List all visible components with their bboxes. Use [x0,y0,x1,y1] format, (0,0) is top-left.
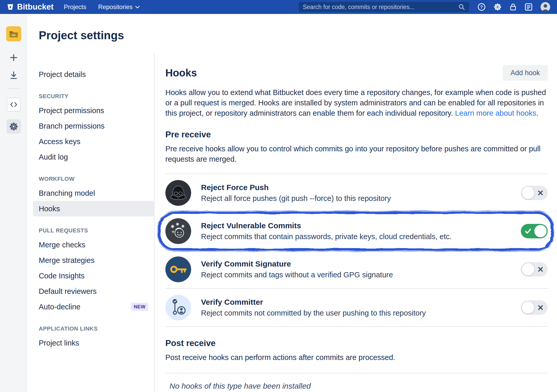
key-icon [165,256,191,282]
nav-projects[interactable]: Projects [64,3,86,11]
folder-code-icon: </> [9,29,19,39]
nav-section-pull-requests: PULL REQUESTS [39,227,148,234]
hook-name: Verify Committer [201,298,511,307]
settings-columns: Project details SECURITY Project permiss… [39,53,557,392]
hook-row-reject-vulnerable-commits: Reject Vulnerable Commits Reject commits… [165,212,548,250]
brand-name: Bitbucket [17,2,53,12]
add-hook-button[interactable]: Add hook [503,65,548,81]
settings-navigation: Project details SECURITY Project permiss… [33,53,154,392]
reject-force-push-toggle[interactable] [521,186,548,200]
learn-more-link[interactable]: Learn more about hooks [455,109,536,117]
lock-icon[interactable] [509,3,517,11]
bitbucket-home-link[interactable]: Bitbucket [7,2,53,12]
nav-item-project-links[interactable]: Project links [33,335,154,351]
create-button[interactable] [9,53,18,62]
download-icon [9,71,18,80]
nav-item-branching-model[interactable]: Branching model [33,185,154,201]
nav-item-hooks[interactable]: Hooks [33,201,154,216]
app-sidebar-rail: </> [0,14,27,392]
toggle-knob [522,187,534,199]
hook-description: Reject all force pushes (git push --forc… [201,194,511,203]
source-code-button[interactable] [7,98,21,112]
search-icon [458,4,465,10]
download-button[interactable] [9,71,18,80]
settings-gear-icon [9,122,18,131]
hook-text: Verify Committer Reject commits not comm… [201,298,511,317]
user-avatar[interactable] [540,2,550,12]
hooks-intro: Hooks allow you to extend what Bitbucket… [165,87,548,118]
verify-committer-toggle[interactable] [521,300,548,315]
post-receive-description: Post receive hooks can perform actions a… [165,352,548,363]
new-badge: NEW [131,303,148,311]
hook-row-verify-committer: Verify Committer Reject commits not comm… [165,289,548,327]
pre-receive-heading: Pre receive [165,130,548,139]
svg-text:</>: </> [12,34,16,37]
chevron-down-icon [135,6,140,9]
post-receive-heading: Post receive [165,338,548,348]
code-brackets-icon [9,100,18,109]
bitbucket-logo-icon [7,3,14,11]
nav-item-merge-checks[interactable]: Merge checks [33,237,154,253]
nav-section-workflow: WORKFLOW [39,176,148,182]
search-input[interactable] [303,4,456,11]
hook-description: Reject commits and tags without a verifi… [201,271,511,279]
bitbucket-app: Bitbucket Projects Repositories ? [0,0,557,392]
app-body: </> [0,14,557,392]
project-settings-button[interactable] [6,119,21,134]
toggle-knob [522,301,534,314]
toggle-check-icon [525,228,531,234]
nav-section-application-links: APPLICATION LINKS [39,325,148,332]
hooks-heading: Hooks [165,67,197,79]
hook-row-verify-commit-signature: Verify Commit Signature Reject commits a… [165,250,548,289]
toggle-x-icon [537,190,544,196]
post-receive-empty-message: No hooks of this type have been installe… [165,382,548,390]
nav-item-code-insights[interactable]: Code Insights [33,268,154,284]
vader-icon [165,180,191,206]
frost-face-icon [165,218,191,244]
help-icon[interactable]: ? [477,3,486,11]
verify-commit-signature-toggle[interactable] [521,262,548,277]
page-title: Project settings [39,29,557,42]
gear-icon[interactable] [493,3,502,11]
pre-receive-hook-list: Reject Force Push Reject all force pushe… [165,174,548,327]
nav-item-project-permissions[interactable]: Project permissions [33,103,154,118]
hook-text: Verify Commit Signature Reject commits a… [201,260,511,279]
hook-name: Reject Vulnerable Commits [201,221,511,230]
nav-item-default-reviewers[interactable]: Default reviewers [33,284,154,299]
top-navigation-bar: Bitbucket Projects Repositories ? [0,0,557,14]
feedback-icon[interactable] [524,3,533,11]
nav-item-access-keys[interactable]: Access keys [33,134,154,149]
hook-text: Reject Vulnerable Commits Reject commits… [201,221,511,241]
toggle-knob [534,225,547,237]
nav-item-project-details[interactable]: Project details [33,67,154,82]
nav-repositories[interactable]: Repositories [98,3,140,11]
post-receive-divider [165,373,548,373]
hooks-header: Hooks Add hook [165,65,548,81]
committer-graph-icon [165,295,191,320]
pre-receive-description: Pre receive hooks allow you to control w… [165,144,548,164]
hook-text: Reject Force Push Reject all force pushe… [201,183,511,203]
plus-icon [9,53,18,62]
nav-item-audit-log[interactable]: Audit log [33,149,154,165]
nav-item-branch-permissions[interactable]: Branch permissions [33,118,154,134]
top-nav-links: Projects Repositories [64,3,140,11]
hooks-panel: Hooks Add hook Hooks allow you to extend… [154,53,557,392]
toggle-knob [522,263,534,276]
nav-item-merge-strategies[interactable]: Merge strategies [33,253,154,268]
page-content: Project settings Project details SECURIT… [27,14,557,392]
toggle-x-icon [537,304,544,311]
nav-section-security: SECURITY [39,93,148,100]
project-avatar[interactable]: </> [6,26,21,41]
hook-description: Reject commits not committed by the user… [201,309,511,317]
hook-row-reject-force-push: Reject Force Push Reject all force pushe… [165,174,548,212]
toggle-x-icon [537,266,544,272]
nav-item-auto-decline[interactable]: Auto-decline NEW [33,299,154,315]
hook-name: Verify Commit Signature [201,260,511,268]
svg-text:?: ? [480,5,483,9]
rail-divider [8,88,20,89]
topbar-icon-group: ? [477,2,550,12]
reject-vulnerable-commits-toggle[interactable] [521,224,548,238]
hook-name: Reject Force Push [201,183,511,192]
hook-description: Reject commits that contain passwords, p… [201,232,511,241]
global-search[interactable] [299,2,469,12]
